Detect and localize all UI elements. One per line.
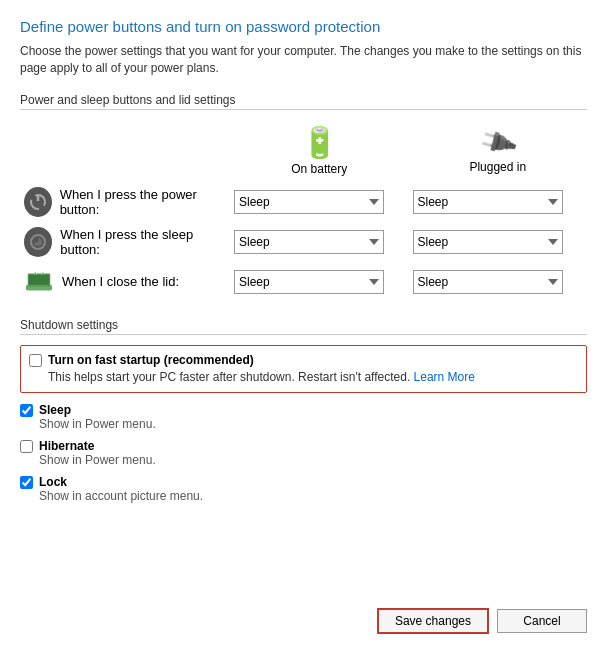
power-button-plugged-in-cell: Sleep Do nothing Hibernate Shut down Tur… bbox=[409, 182, 588, 222]
lid-row-label: When I close the lid: bbox=[62, 274, 179, 289]
learn-more-link[interactable]: Learn More bbox=[414, 370, 475, 384]
fast-startup-checkbox[interactable] bbox=[29, 354, 42, 367]
battery-icon: 🔋 bbox=[301, 125, 338, 160]
sleep-button-plugged-in-select[interactable]: Sleep Do nothing Hibernate Shut down bbox=[413, 230, 563, 254]
lock-item-label: Lock bbox=[20, 475, 587, 489]
lid-plugged-in-cell: Sleep Do nothing Hibernate Shut down bbox=[409, 262, 588, 302]
table-row: When I press the power button: Sleep Do … bbox=[20, 182, 587, 222]
hibernate-description: Show in Power menu. bbox=[39, 453, 587, 467]
settings-panel: Define power buttons and turn on passwor… bbox=[0, 0, 607, 648]
power-button-row-label: When I press the power button: bbox=[60, 187, 226, 217]
sleep-item-label: Sleep bbox=[20, 403, 587, 417]
plugged-in-header: 🔌 Plugged in bbox=[409, 120, 588, 182]
shutdown-section: Shutdown settings Turn on fast startup (… bbox=[20, 318, 587, 504]
plugged-in-label: Plugged in bbox=[469, 160, 526, 174]
lid-label-cell: When I close the lid: bbox=[24, 267, 226, 297]
lid-on-battery-select[interactable]: Sleep Do nothing Hibernate Shut down bbox=[234, 270, 384, 294]
on-battery-label: On battery bbox=[291, 162, 347, 176]
lid-plugged-in-select[interactable]: Sleep Do nothing Hibernate Shut down bbox=[413, 270, 563, 294]
sleep-button-icon bbox=[24, 227, 52, 257]
svg-rect-7 bbox=[29, 274, 50, 284]
buttons-lid-section-header: Power and sleep buttons and lid settings bbox=[20, 93, 587, 110]
sleep-button-row-label: When I press the sleep button: bbox=[60, 227, 226, 257]
lock-description: Show in account picture menu. bbox=[39, 489, 587, 503]
sleep-button-plugged-in-cell: Sleep Do nothing Hibernate Shut down bbox=[409, 222, 588, 262]
fast-startup-label[interactable]: Turn on fast startup (recommended) bbox=[48, 353, 254, 367]
sleep-button-label-cell: When I press the sleep button: bbox=[24, 227, 226, 257]
svg-point-4 bbox=[34, 237, 39, 242]
sleep-button-on-battery-select[interactable]: Sleep Do nothing Hibernate Shut down bbox=[234, 230, 384, 254]
lock-checkbox[interactable] bbox=[20, 476, 33, 489]
hibernate-checkbox[interactable] bbox=[20, 440, 33, 453]
hibernate-label[interactable]: Hibernate bbox=[39, 439, 94, 453]
page-title: Define power buttons and turn on passwor… bbox=[20, 18, 587, 35]
fast-startup-row: Turn on fast startup (recommended) bbox=[29, 353, 576, 367]
fast-startup-description: This helps start your PC faster after sh… bbox=[48, 369, 576, 386]
lock-label[interactable]: Lock bbox=[39, 475, 67, 489]
power-button-on-battery-cell: Sleep Do nothing Hibernate Shut down Tur… bbox=[230, 182, 409, 222]
settings-table: 🔋 On battery 🔌 Plugged in bbox=[20, 120, 587, 302]
on-battery-header: 🔋 On battery bbox=[230, 120, 409, 182]
table-row: When I press the sleep button: Sleep Do … bbox=[20, 222, 587, 262]
lid-icon bbox=[24, 267, 54, 297]
sleep-setting-item: Sleep Show in Power menu. bbox=[20, 403, 587, 431]
sleep-button-on-battery-cell: Sleep Do nothing Hibernate Shut down bbox=[230, 222, 409, 262]
fast-startup-box: Turn on fast startup (recommended) This … bbox=[20, 345, 587, 394]
sleep-label[interactable]: Sleep bbox=[39, 403, 71, 417]
table-row: When I close the lid: Sleep Do nothing H… bbox=[20, 262, 587, 302]
hibernate-item-label: Hibernate bbox=[20, 439, 587, 453]
lid-on-battery-cell: Sleep Do nothing Hibernate Shut down bbox=[230, 262, 409, 302]
power-button-label-cell: When I press the power button: bbox=[24, 187, 226, 217]
power-button-on-battery-select[interactable]: Sleep Do nothing Hibernate Shut down Tur… bbox=[234, 190, 384, 214]
sleep-checkbox[interactable] bbox=[20, 404, 33, 417]
footer-buttons: Save changes Cancel bbox=[377, 608, 587, 634]
cancel-button[interactable]: Cancel bbox=[497, 609, 587, 633]
sleep-description: Show in Power menu. bbox=[39, 417, 587, 431]
table-header-row: 🔋 On battery 🔌 Plugged in bbox=[20, 120, 587, 182]
hibernate-setting-item: Hibernate Show in Power menu. bbox=[20, 439, 587, 467]
lock-setting-item: Lock Show in account picture menu. bbox=[20, 475, 587, 503]
power-button-icon bbox=[24, 187, 52, 217]
plug-icon: 🔌 bbox=[476, 121, 519, 164]
power-button-plugged-in-select[interactable]: Sleep Do nothing Hibernate Shut down Tur… bbox=[413, 190, 563, 214]
save-changes-button[interactable]: Save changes bbox=[377, 608, 489, 634]
shutdown-section-header: Shutdown settings bbox=[20, 318, 587, 335]
page-description: Choose the power settings that you want … bbox=[20, 43, 587, 77]
